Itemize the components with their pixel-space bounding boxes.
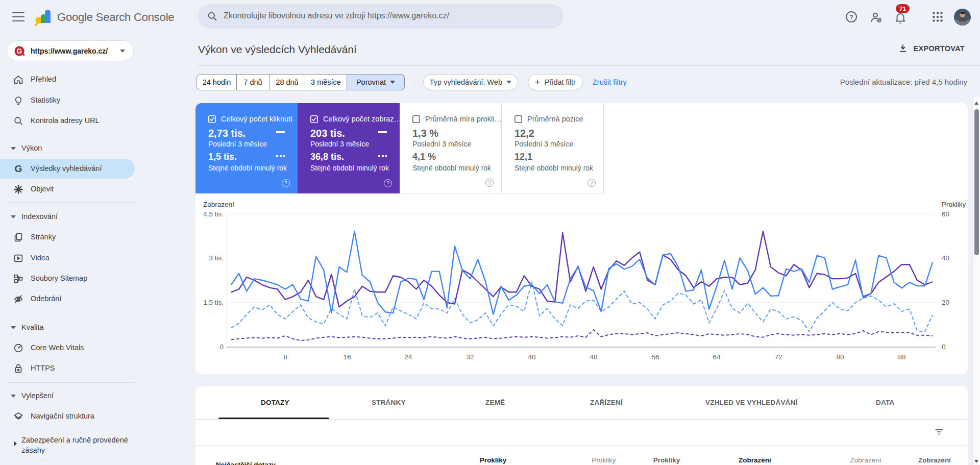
svg-text:0: 0 [219,343,224,351]
svg-text:56: 56 [651,353,659,361]
svg-text:72: 72 [774,353,782,361]
svg-text:8: 8 [283,353,287,361]
svg-text:Prokliky: Prokliky [942,201,966,208]
svg-text:16: 16 [343,353,351,361]
svg-text:88: 88 [898,353,905,361]
svg-text:48: 48 [590,353,597,361]
svg-text:40: 40 [528,353,535,361]
svg-text:20: 20 [942,299,949,306]
svg-text:60: 60 [942,210,949,218]
svg-text:3 tis.: 3 tis. [209,254,224,262]
svg-text:40: 40 [942,254,949,262]
svg-text:64: 64 [713,353,721,361]
svg-text:1,5 tis.: 1,5 tis. [203,299,224,306]
svg-text:80: 80 [836,353,844,361]
svg-text:4,5 tis.: 4,5 tis. [203,210,224,218]
svg-text:32: 32 [466,353,474,361]
svg-text:Zobrazení: Zobrazení [203,201,234,208]
svg-text:0: 0 [942,343,946,351]
svg-text:24: 24 [404,353,412,361]
